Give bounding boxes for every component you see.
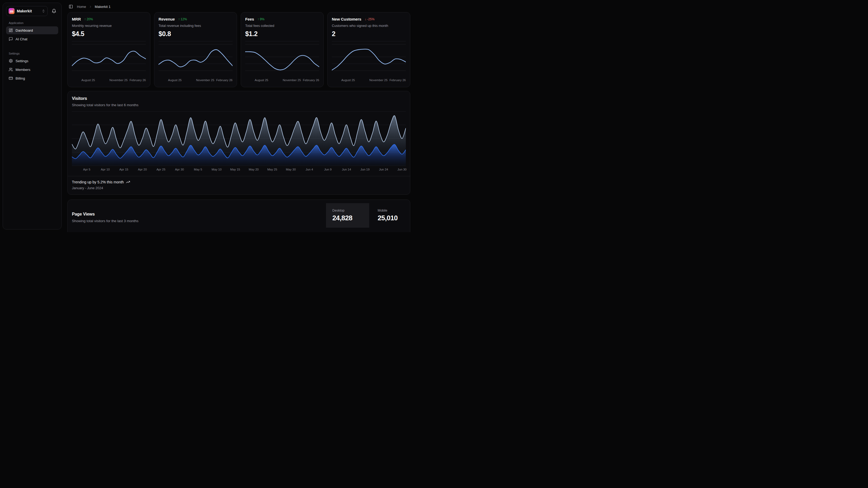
visitors-date-range: January - June 2024: [72, 186, 406, 190]
sidebar-nav: Application Dashboard AI Chat Settings S…: [6, 21, 58, 82]
sidebar-item-label: AI Chat: [16, 37, 27, 41]
visitors-x-label: May 10: [212, 168, 222, 171]
dashboard-icon: [9, 28, 13, 32]
stat-card-header: Revenue ↑ 12% Total revenue including fe…: [154, 12, 237, 38]
stat-trend-badge: ↑ 9%: [257, 18, 265, 21]
stat-value: $0.8: [158, 30, 232, 38]
sidebar-item-ai-chat[interactable]: AI Chat: [6, 35, 58, 43]
nav-section-settings: Settings: [9, 52, 56, 55]
visitors-card: Visitors Showing total visitors for the …: [67, 91, 410, 195]
visitors-area-chart: [72, 111, 406, 166]
sparkline-x-label: February 26: [216, 79, 232, 82]
sparkline-chart: [332, 44, 406, 77]
visitors-x-label: Jun 4: [306, 168, 313, 171]
visitors-x-label: Apr 30: [175, 168, 184, 171]
team-name: Makerkit: [17, 9, 39, 13]
team-logo: m: [8, 8, 15, 14]
stat-trend-badge: ↑ 12%: [178, 18, 187, 21]
stat-card-header: New Customers ↓ -25% Customers who signe…: [328, 12, 410, 38]
stat-description: Total fees collected: [245, 24, 319, 28]
page-views-tab-value: 25,010: [378, 214, 404, 222]
visitors-trend-text: Trending up by 5.2% this month: [72, 180, 124, 184]
page-views-tabs: Desktop 24,828 Mobile 25,010: [326, 203, 410, 228]
visitors-x-label: Jun 9: [324, 168, 332, 171]
sidebar-item-label: Settings: [16, 59, 28, 63]
stat-description: Customers who signed up this month: [332, 24, 406, 28]
sparkline-x-label: February 26: [130, 79, 146, 82]
chevron-right-icon: [89, 5, 92, 8]
app-window: m Makerkit Application Dashboard: [0, 0, 413, 232]
stat-value: $1.2: [245, 30, 319, 38]
page-views-tab-mobile[interactable]: Mobile 25,010: [369, 203, 410, 228]
stat-card-header: Fees ↑ 9% Total fees collected $1.2: [241, 12, 323, 38]
visitors-x-label: May 30: [286, 168, 296, 171]
panel-left-icon: [69, 4, 73, 9]
stat-sparkline: August 25November 25February 26: [332, 41, 406, 83]
sparkline-chart: [158, 44, 232, 77]
users-icon: [9, 67, 13, 72]
credit-card-icon: [9, 76, 13, 80]
stat-trend-badge: ↑ 20%: [84, 18, 93, 21]
team-selector[interactable]: m Makerkit: [6, 6, 48, 16]
visitors-x-label: Apr 10: [101, 168, 110, 171]
nav-section-application: Application: [9, 21, 56, 25]
visitors-footer: Trending up by 5.2% this month January -…: [68, 176, 410, 195]
page-views-tab-label: Mobile: [378, 209, 404, 212]
sparkline-x-label: November 25: [283, 79, 301, 82]
gear-icon: [9, 59, 13, 63]
visitors-x-label: Jun 14: [342, 168, 351, 171]
stat-card-header: MRR ↑ 20% Monthly recurring revenue $4.5: [68, 12, 150, 38]
breadcrumb-home[interactable]: Home: [77, 5, 86, 9]
sidebar-item-label: Billing: [16, 77, 25, 80]
stat-value: $4.5: [72, 30, 146, 38]
sparkline-x-label: November 25: [109, 79, 127, 82]
sidebar-item-settings[interactable]: Settings: [6, 57, 58, 65]
sidebar-item-dashboard[interactable]: Dashboard: [6, 26, 58, 34]
stat-sparkline: August 25November 25February 26: [245, 41, 319, 83]
visitors-x-label: Jun 19: [361, 168, 370, 171]
visitors-x-label: Apr 25: [156, 168, 165, 171]
stats-grid: MRR ↑ 20% Monthly recurring revenue $4.5…: [67, 12, 410, 87]
sparkline-x-labels: August 25November 25February 26: [72, 78, 146, 83]
stat-title: New Customers: [332, 17, 361, 21]
trend-value: 9%: [260, 18, 265, 21]
sidebar-item-label: Dashboard: [16, 28, 33, 32]
sparkline-x-labels: August 25November 25February 26: [158, 78, 232, 83]
sparkline-x-label: November 25: [196, 79, 214, 82]
page-views-subtitle: Showing total visitors for the last 3 mo…: [72, 219, 322, 223]
stat-title: MRR: [72, 17, 81, 21]
stat-card: New Customers ↓ -25% Customers who signe…: [327, 12, 410, 87]
stat-description: Monthly recurring revenue: [72, 24, 146, 28]
sparkline-x-label: February 26: [390, 79, 406, 82]
notifications-button[interactable]: [50, 7, 58, 15]
breadcrumb: Home Makerkit 1: [67, 0, 410, 12]
sparkline-chart: [245, 44, 319, 77]
page-views-title: Page Views: [72, 212, 322, 217]
page-views-tab-value: 24,828: [332, 214, 363, 222]
chevrons-up-down-icon: [41, 9, 45, 13]
page-views-card: Page Views Showing total visitors for th…: [67, 199, 410, 232]
visitors-x-label: Jun 24: [379, 168, 388, 171]
stat-title: Fees: [245, 17, 254, 21]
visitors-title: Visitors: [72, 96, 406, 101]
page-views-tab-desktop[interactable]: Desktop 24,828: [326, 203, 369, 228]
sidebar: m Makerkit Application Dashboard: [3, 3, 62, 230]
main-content: Home Makerkit 1 MRR ↑ 20% Monthly recurr…: [67, 0, 410, 232]
trending-up-icon: [126, 180, 130, 184]
stat-card: Fees ↑ 9% Total fees collected $1.2 Augu…: [241, 12, 324, 87]
sparkline-x-label: August 25: [168, 79, 182, 82]
sidebar-item-members[interactable]: Members: [6, 66, 58, 74]
stat-description: Total revenue including fees: [158, 24, 232, 28]
trend-arrow-icon: ↓: [365, 18, 366, 21]
stat-card: Revenue ↑ 12% Total revenue including fe…: [154, 12, 237, 87]
breadcrumb-current: Makerkit 1: [95, 5, 111, 9]
sidebar-item-billing[interactable]: Billing: [6, 74, 58, 82]
stat-title: Revenue: [158, 17, 175, 21]
sparkline-x-label: August 25: [255, 79, 268, 82]
sidebar-toggle-button[interactable]: [67, 3, 74, 10]
visitors-x-label: May 25: [267, 168, 277, 171]
trend-arrow-icon: ↑: [84, 18, 86, 21]
visitors-x-label: May 5: [194, 168, 202, 171]
stat-sparkline: August 25November 25February 26: [72, 41, 146, 83]
sparkline-x-label: November 25: [369, 79, 388, 82]
